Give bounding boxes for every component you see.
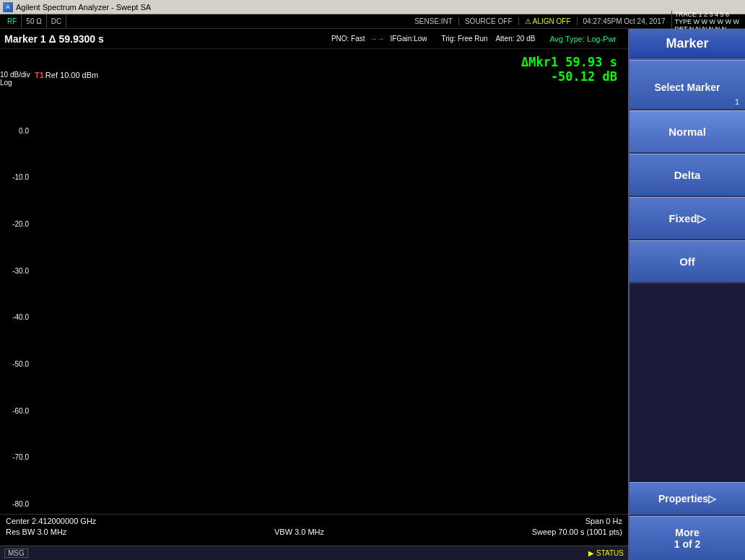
off-button[interactable]: Off xyxy=(629,240,745,284)
bottom-bar: Center 2.412000000 GHz Span 0 Hz Res BW … xyxy=(0,514,628,546)
delta-mkr-value: ΔMkr1 59.93 s xyxy=(521,55,617,69)
y-label-5: -50.0 xyxy=(0,360,32,368)
select-marker-button[interactable]: Select Marker 1 xyxy=(629,60,745,110)
spectrum-chart xyxy=(33,49,628,514)
msg-label: MSG xyxy=(4,548,28,558)
marker-title: Marker 1 Δ 59.9300 s xyxy=(4,33,104,45)
chart-area: Marker 1 Δ 59.9300 s PNO: Fast →→ IFGain… xyxy=(0,29,628,560)
status-rf: RF xyxy=(3,14,22,28)
select-marker-num: 1 xyxy=(735,97,739,106)
delta-button[interactable]: Delta xyxy=(629,154,745,197)
span: Span 0 Hz xyxy=(585,517,622,525)
y-label-2: -20.0 xyxy=(0,220,32,228)
right-panel: Marker Select Marker 1 Normal Delta Fixe… xyxy=(628,29,745,560)
t1-label: T1 xyxy=(35,71,44,79)
delta-db-value: -50.12 dB xyxy=(521,69,617,84)
y-label-8: -80.0 xyxy=(0,500,32,508)
ref-level: T1 Ref 10.00 dBm xyxy=(35,71,98,79)
trig-pno: PNO: Fast →→ xyxy=(331,35,384,43)
panel-title: Marker xyxy=(629,29,745,60)
app-icon: A xyxy=(3,2,13,12)
title-bar: A Agilent Spectrum Analyzer - Swept SA xyxy=(0,0,745,14)
status-bar: RF 50 Ω DC SENSE:INT SOURCE OFF ⚠ ALIGN … xyxy=(0,14,745,29)
y-label-7: -70.0 xyxy=(0,453,32,461)
trig-info: Trig: Free Run Atten: 20 dB xyxy=(442,35,536,43)
status-coupling: DC xyxy=(47,14,66,28)
status-source: SOURCE OFF xyxy=(458,17,518,25)
more-button[interactable]: More 1 of 2 xyxy=(629,516,745,560)
fixed-button[interactable]: Fixed▷ xyxy=(629,197,745,240)
trig-ifgain: IFGain:Low xyxy=(390,35,427,43)
bottom-status-bar: MSG ▶ STATUS xyxy=(0,546,628,560)
y-label-6: -60.0 xyxy=(0,407,32,415)
properties-button[interactable]: Properties▷ xyxy=(629,482,745,516)
plot-container: ΔMkr1 59.93 s -50.12 dB 10 dB/div Log 0.… xyxy=(0,49,628,514)
info-bar: Marker 1 Δ 59.9300 s PNO: Fast →→ IFGain… xyxy=(0,29,628,49)
y-label-3: -30.0 xyxy=(0,267,32,275)
y-label-0: 0.0 xyxy=(0,127,32,135)
status-impedance: 50 Ω xyxy=(22,14,46,28)
status-label: ▶ STATUS xyxy=(588,549,624,557)
y-label-1: -10.0 xyxy=(0,173,32,181)
status-datetime: 04:27:45PM Oct 24, 2017 xyxy=(577,17,671,25)
scale-label: 10 dB/div Log xyxy=(0,71,32,87)
status-sense: SENSE:INT xyxy=(409,17,458,25)
sweep: Sweep 70.00 s (1001 pts) xyxy=(532,528,622,536)
window-title: Agilent Spectrum Analyzer - Swept SA xyxy=(16,3,151,12)
status-align: ⚠ ALIGN OFF xyxy=(518,17,577,25)
center-freq: Center 2.412000000 GHz xyxy=(6,517,96,525)
normal-button[interactable]: Normal xyxy=(629,110,745,154)
ref-value: Ref 10.00 dBm xyxy=(45,71,98,79)
res-bw: Res BW 3.0 MHz xyxy=(6,528,66,536)
y-label-4: -40.0 xyxy=(0,313,32,321)
delta-display: ΔMkr1 59.93 s -50.12 dB xyxy=(521,55,617,84)
vbw: VBW 3.0 MHz xyxy=(274,528,324,536)
y-axis: 10 dB/div Log 0.0 -10.0 -20.0 -30.0 -40.… xyxy=(0,71,33,514)
avg-type: Avg Type: Log-Pwr xyxy=(549,35,617,43)
